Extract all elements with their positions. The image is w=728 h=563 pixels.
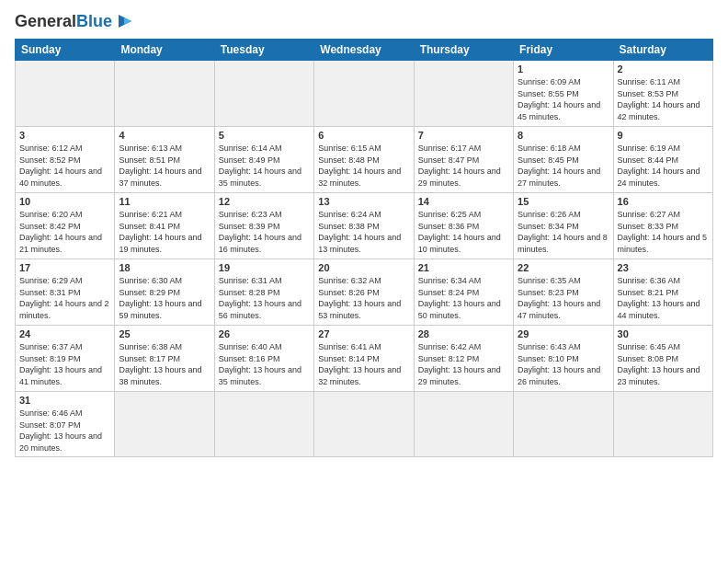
calendar-cell: 5Sunrise: 6:14 AM Sunset: 8:49 PM Daylig… (214, 127, 313, 193)
day-of-week-wednesday: Wednesday (314, 40, 414, 61)
day-info: Sunrise: 6:46 AM Sunset: 8:07 PM Dayligh… (19, 408, 110, 454)
logo-triangle-icon (115, 11, 135, 31)
calendar-table: SundayMondayTuesdayWednesdayThursdayFrid… (15, 39, 713, 457)
day-info: Sunrise: 6:31 AM Sunset: 8:28 PM Dayligh… (219, 275, 310, 321)
day-number: 9 (618, 130, 709, 141)
logo-container: GeneralBlue (15, 11, 135, 31)
calendar-cell: 15Sunrise: 6:26 AM Sunset: 8:34 PM Dayli… (514, 193, 613, 259)
calendar-cell: 19Sunrise: 6:31 AM Sunset: 8:28 PM Dayli… (214, 259, 313, 326)
calendar-cell (214, 392, 313, 457)
day-info: Sunrise: 6:43 AM Sunset: 8:10 PM Dayligh… (518, 341, 609, 387)
day-number: 8 (518, 130, 609, 141)
day-info: Sunrise: 6:26 AM Sunset: 8:34 PM Dayligh… (518, 209, 609, 255)
day-of-week-tuesday: Tuesday (214, 40, 313, 61)
day-info: Sunrise: 6:12 AM Sunset: 8:52 PM Dayligh… (19, 143, 110, 189)
day-info: Sunrise: 6:15 AM Sunset: 8:48 PM Dayligh… (318, 143, 409, 189)
day-of-week-sunday: Sunday (16, 40, 115, 61)
day-of-week-monday: Monday (115, 40, 214, 61)
day-number: 5 (219, 130, 310, 141)
day-number: 31 (19, 395, 110, 406)
day-info: Sunrise: 6:30 AM Sunset: 8:29 PM Dayligh… (119, 275, 210, 321)
day-number: 22 (518, 262, 609, 273)
day-number: 30 (618, 328, 709, 339)
day-info: Sunrise: 6:18 AM Sunset: 8:45 PM Dayligh… (518, 143, 609, 189)
calendar-cell (214, 61, 313, 127)
calendar-cell (613, 392, 712, 457)
svg-marker-1 (124, 17, 131, 25)
calendar-cell: 25Sunrise: 6:38 AM Sunset: 8:17 PM Dayli… (115, 326, 214, 392)
page-header: GeneralBlue (15, 11, 713, 31)
calendar-cell: 24Sunrise: 6:37 AM Sunset: 8:19 PM Dayli… (16, 326, 115, 392)
day-number: 7 (418, 130, 509, 141)
day-info: Sunrise: 6:32 AM Sunset: 8:26 PM Dayligh… (318, 275, 409, 321)
day-number: 10 (19, 196, 110, 207)
day-info: Sunrise: 6:37 AM Sunset: 8:19 PM Dayligh… (19, 341, 110, 387)
day-number: 28 (418, 328, 509, 339)
day-number: 20 (318, 262, 409, 273)
calendar-header-row: SundayMondayTuesdayWednesdayThursdayFrid… (16, 40, 713, 61)
day-info: Sunrise: 6:17 AM Sunset: 8:47 PM Dayligh… (418, 143, 509, 189)
calendar-cell: 29Sunrise: 6:43 AM Sunset: 8:10 PM Dayli… (514, 326, 613, 392)
calendar-cell: 9Sunrise: 6:19 AM Sunset: 8:44 PM Daylig… (613, 127, 712, 193)
day-number: 6 (318, 130, 409, 141)
day-number: 3 (19, 130, 110, 141)
day-number: 11 (119, 196, 210, 207)
calendar-cell (514, 392, 613, 457)
calendar-week-row: 31Sunrise: 6:46 AM Sunset: 8:07 PM Dayli… (16, 392, 713, 457)
calendar-cell (115, 61, 214, 127)
calendar-week-row: 10Sunrise: 6:20 AM Sunset: 8:42 PM Dayli… (16, 193, 713, 259)
day-number: 1 (518, 63, 609, 75)
calendar-cell: 8Sunrise: 6:18 AM Sunset: 8:45 PM Daylig… (514, 127, 613, 193)
day-number: 23 (618, 262, 709, 273)
calendar-cell: 2Sunrise: 6:11 AM Sunset: 8:53 PM Daylig… (613, 61, 712, 127)
day-of-week-friday: Friday (514, 40, 613, 61)
calendar-cell (16, 61, 115, 127)
calendar-cell: 26Sunrise: 6:40 AM Sunset: 8:16 PM Dayli… (214, 326, 313, 392)
day-number: 26 (219, 328, 310, 339)
day-number: 4 (119, 130, 210, 141)
logo-text-general: GeneralBlue (15, 12, 112, 31)
day-info: Sunrise: 6:20 AM Sunset: 8:42 PM Dayligh… (19, 209, 110, 255)
day-info: Sunrise: 6:42 AM Sunset: 8:12 PM Dayligh… (418, 341, 509, 387)
calendar-cell: 6Sunrise: 6:15 AM Sunset: 8:48 PM Daylig… (314, 127, 414, 193)
calendar-cell: 12Sunrise: 6:23 AM Sunset: 8:39 PM Dayli… (214, 193, 313, 259)
day-info: Sunrise: 6:36 AM Sunset: 8:21 PM Dayligh… (618, 275, 709, 321)
calendar-cell: 27Sunrise: 6:41 AM Sunset: 8:14 PM Dayli… (314, 326, 414, 392)
calendar-week-row: 3Sunrise: 6:12 AM Sunset: 8:52 PM Daylig… (16, 127, 713, 193)
calendar-cell: 10Sunrise: 6:20 AM Sunset: 8:42 PM Dayli… (16, 193, 115, 259)
calendar-cell: 3Sunrise: 6:12 AM Sunset: 8:52 PM Daylig… (16, 127, 115, 193)
day-info: Sunrise: 6:27 AM Sunset: 8:33 PM Dayligh… (618, 209, 709, 255)
day-number: 25 (119, 328, 210, 339)
day-number: 24 (19, 328, 110, 339)
day-info: Sunrise: 6:21 AM Sunset: 8:41 PM Dayligh… (119, 209, 210, 255)
calendar-week-row: 17Sunrise: 6:29 AM Sunset: 8:31 PM Dayli… (16, 259, 713, 326)
calendar-cell: 14Sunrise: 6:25 AM Sunset: 8:36 PM Dayli… (414, 193, 513, 259)
day-number: 14 (418, 196, 509, 207)
day-info: Sunrise: 6:24 AM Sunset: 8:38 PM Dayligh… (318, 209, 409, 255)
calendar-cell: 4Sunrise: 6:13 AM Sunset: 8:51 PM Daylig… (115, 127, 214, 193)
day-info: Sunrise: 6:29 AM Sunset: 8:31 PM Dayligh… (19, 275, 110, 321)
calendar-cell: 17Sunrise: 6:29 AM Sunset: 8:31 PM Dayli… (16, 259, 115, 326)
calendar-cell: 11Sunrise: 6:21 AM Sunset: 8:41 PM Dayli… (115, 193, 214, 259)
calendar-cell: 18Sunrise: 6:30 AM Sunset: 8:29 PM Dayli… (115, 259, 214, 326)
calendar-cell: 28Sunrise: 6:42 AM Sunset: 8:12 PM Dayli… (414, 326, 513, 392)
day-info: Sunrise: 6:34 AM Sunset: 8:24 PM Dayligh… (418, 275, 509, 321)
calendar-cell (314, 392, 414, 457)
day-info: Sunrise: 6:41 AM Sunset: 8:14 PM Dayligh… (318, 341, 409, 387)
day-number: 27 (318, 328, 409, 339)
calendar-cell (414, 392, 513, 457)
day-number: 17 (19, 262, 110, 273)
day-number: 19 (219, 262, 310, 273)
day-number: 13 (318, 196, 409, 207)
day-number: 29 (518, 328, 609, 339)
day-info: Sunrise: 6:38 AM Sunset: 8:17 PM Dayligh… (119, 341, 210, 387)
day-number: 16 (618, 196, 709, 207)
calendar-cell: 16Sunrise: 6:27 AM Sunset: 8:33 PM Dayli… (613, 193, 712, 259)
day-info: Sunrise: 6:23 AM Sunset: 8:39 PM Dayligh… (219, 209, 310, 255)
calendar-week-row: 1Sunrise: 6:09 AM Sunset: 8:55 PM Daylig… (16, 61, 713, 127)
day-info: Sunrise: 6:45 AM Sunset: 8:08 PM Dayligh… (618, 341, 709, 387)
calendar-cell (115, 392, 214, 457)
day-number: 21 (418, 262, 509, 273)
day-info: Sunrise: 6:13 AM Sunset: 8:51 PM Dayligh… (119, 143, 210, 189)
day-info: Sunrise: 6:19 AM Sunset: 8:44 PM Dayligh… (618, 143, 709, 189)
